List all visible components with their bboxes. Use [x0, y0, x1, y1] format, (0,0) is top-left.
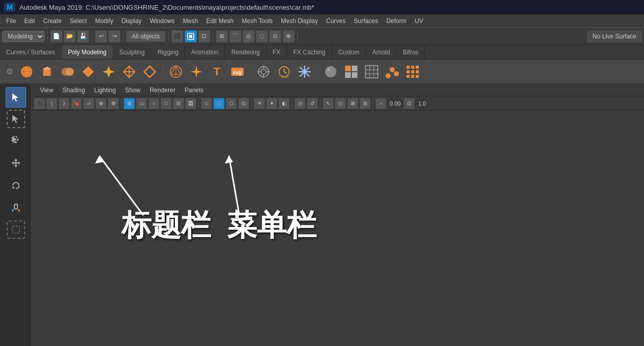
shelf-tab-fx-caching[interactable]: FX Caching — [287, 45, 332, 59]
menu-select[interactable]: Select — [66, 16, 91, 26]
vp-image-button[interactable]: 🖼 — [185, 98, 196, 109]
rotate-tool-button[interactable] — [6, 175, 26, 196]
menu-mesh-tools[interactable]: Mesh Tools — [238, 16, 277, 26]
shelf-icon-t-text[interactable]: T — [208, 63, 226, 81]
vp-filmgate-button[interactable]: ▭ — [136, 98, 147, 109]
shelf-icon-open-diamond[interactable] — [140, 63, 159, 81]
vp-menu-panels[interactable]: Panels — [180, 86, 208, 95]
shelf-tab-curves-surfaces[interactable]: Curves / Surfaces — [0, 45, 62, 59]
vp-menu-shading[interactable]: Shading — [58, 86, 89, 95]
shelf-icon-dark-sphere[interactable] — [321, 63, 340, 81]
magnet-tool-button[interactable] — [6, 198, 26, 218]
all-objects-button[interactable]: All objects — [126, 31, 166, 42]
menu-edit-mesh[interactable]: Edit Mesh — [202, 16, 237, 26]
vp-filter-button[interactable]: ⊟ — [359, 98, 371, 109]
vp-grid-button[interactable]: ⊞ — [124, 98, 135, 109]
vp-tumble-button[interactable]: ⤾ — [83, 98, 94, 109]
shelf-icon-sphere[interactable] — [17, 63, 36, 81]
vp-empty-button[interactable]: □ — [160, 98, 172, 109]
select-mode-button[interactable]: ⬛ — [171, 30, 184, 43]
vp-cube-iso[interactable]: ⬡ — [226, 98, 237, 109]
vp-shadow-button[interactable]: ◐ — [278, 98, 290, 109]
vp-wireframe-button[interactable]: ⊡ — [238, 98, 249, 109]
vp-menu-renderer[interactable]: Renderer — [146, 86, 179, 95]
vp-menu-lighting[interactable]: Lighting — [90, 86, 120, 95]
menu-modify[interactable]: Modify — [91, 16, 117, 26]
menu-mesh[interactable]: Mesh — [179, 16, 202, 26]
shelf-icon-cube[interactable] — [38, 63, 56, 81]
shelf-icon-clock-target[interactable]: 0.0,0 — [275, 63, 293, 81]
new-scene-button[interactable]: 📄 — [50, 30, 63, 43]
save-scene-button[interactable]: 💾 — [77, 30, 89, 43]
vp-menu-view[interactable]: View — [36, 86, 57, 95]
vp-isolate-button[interactable]: ◷ — [294, 98, 306, 109]
shelf-icon-grid-square[interactable] — [363, 63, 381, 81]
menu-file[interactable]: File — [2, 16, 20, 26]
paint-tool-button[interactable] — [6, 130, 26, 151]
menu-edit[interactable]: Edit — [20, 16, 39, 26]
vp-settings-button[interactable]: ⚙ — [108, 98, 119, 109]
workspace-select[interactable]: Modeling — [2, 31, 45, 42]
snap-point-button[interactable]: ◎ — [243, 30, 255, 43]
open-scene-button[interactable]: 📂 — [64, 30, 76, 43]
shelf-icon-multi-sphere[interactable] — [58, 63, 77, 81]
snap-live-button[interactable]: ⊕ — [283, 30, 295, 43]
shelf-tab-rigging[interactable]: Rigging — [151, 45, 185, 59]
menu-display[interactable]: Display — [117, 16, 146, 26]
shelf-icon-cross-diamond[interactable] — [120, 63, 138, 81]
select-component-button[interactable]: ⊡ — [198, 30, 210, 43]
shelf-icon-icosphere[interactable] — [167, 63, 185, 81]
shelf-tab-arnold[interactable]: Arnold — [366, 45, 397, 59]
shelf-icon-diamond[interactable] — [79, 63, 97, 81]
vp-prev-button[interactable]: ⟨ — [46, 98, 57, 109]
shelf-tab-fx[interactable]: FX — [267, 45, 287, 59]
vp-cube-persp[interactable]: ⬡ — [213, 98, 225, 109]
viewport[interactable]: View Shading Lighting Show Renderer Pane… — [32, 84, 644, 346]
vp-zoom-button[interactable]: ⊕ — [95, 98, 107, 109]
shelf-icon-grid-multi[interactable] — [404, 63, 422, 81]
vp-cam-button[interactable]: 🎥 — [34, 98, 45, 109]
viewport-content[interactable]: 标题栏 菜单栏 — [32, 111, 644, 346]
shelf-tab-rendering[interactable]: Rendering — [225, 45, 266, 59]
select-tool-button[interactable] — [6, 87, 26, 108]
shelf-icon-star-diamond[interactable] — [99, 63, 118, 81]
shelf-icon-snowflake[interactable] — [295, 63, 314, 81]
shelf-icon-scatter[interactable] — [383, 63, 401, 81]
move-tool-button[interactable] — [6, 153, 26, 173]
no-live-surface-button[interactable]: No Live Surface — [587, 31, 642, 42]
undo-button[interactable]: ↩ — [95, 30, 107, 43]
vp-ratio-button[interactable]: ⊡ — [404, 98, 415, 109]
rotate-select-button[interactable] — [7, 110, 25, 128]
menu-mesh-display[interactable]: Mesh Display — [277, 16, 322, 26]
redo-button[interactable]: ↪ — [108, 30, 120, 43]
menu-surfaces[interactable]: Surfaces — [350, 16, 382, 26]
snap-curve-button[interactable]: ⌒ — [229, 30, 242, 43]
menu-deform[interactable]: Deform — [382, 16, 410, 26]
shelf-tab-animation[interactable]: Animation — [185, 45, 225, 59]
vp-select-btn2[interactable]: ↖ — [323, 98, 334, 109]
shelf-icon-target[interactable] — [254, 63, 273, 81]
vp-refresh-button[interactable]: ↺ — [307, 98, 318, 109]
shelf-tab-custom[interactable]: Custom — [332, 45, 366, 59]
snap-surface-button[interactable]: ◌ — [256, 30, 268, 43]
select-object-button[interactable] — [185, 30, 197, 43]
vp-tex-button[interactable]: ⊞ — [347, 98, 358, 109]
vp-menu-show[interactable]: Show — [121, 86, 145, 95]
vp-next-button[interactable]: ⟩ — [58, 98, 70, 109]
vp-multi-button[interactable]: ⊟ — [173, 98, 184, 109]
vp-bookmark-button[interactable]: 🔖 — [71, 98, 82, 109]
shelf-icon-svg-text[interactable]: svg — [228, 63, 247, 81]
vp-light2-button[interactable]: ✦ — [266, 98, 277, 109]
vp-light-button[interactable]: ☀ — [254, 98, 265, 109]
shelf-tab-poly-modeling[interactable]: Poly Modeling — [62, 45, 113, 59]
snap-view-button[interactable]: ⊙ — [269, 30, 281, 43]
menu-windows[interactable]: Windows — [146, 16, 179, 26]
shelf-tab-bifros[interactable]: Bifros — [397, 45, 426, 59]
lasso-tool-button[interactable] — [7, 220, 25, 239]
vp-hud-button[interactable]: ↔ — [375, 98, 387, 109]
menu-uv[interactable]: UV — [411, 16, 428, 26]
menu-curves[interactable]: Curves — [322, 16, 350, 26]
shelf-icon-split-square[interactable] — [342, 63, 360, 81]
shelf-tab-sculpting[interactable]: Sculpting — [113, 45, 151, 59]
menu-create[interactable]: Create — [39, 16, 66, 26]
